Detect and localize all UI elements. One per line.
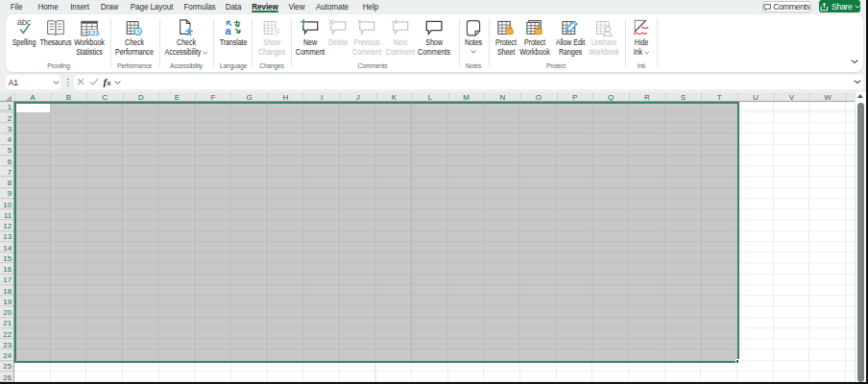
svg-text:a: a xyxy=(226,25,232,36)
svg-text:abc: abc xyxy=(17,19,32,27)
svg-text:123: 123 xyxy=(87,29,99,37)
